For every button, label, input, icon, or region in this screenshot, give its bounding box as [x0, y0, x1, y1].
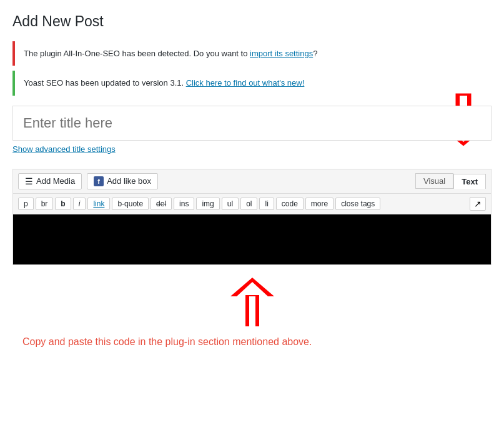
format-btn-ins[interactable]: ins [174, 198, 194, 210]
add-media-button[interactable]: ☰ Add Media [18, 173, 82, 189]
expand-editor-button[interactable]: ↗ [470, 197, 486, 211]
format-buttons-bar: p br b i link b-quote del ins img ul ol … [13, 194, 491, 214]
format-btn-i[interactable]: i [73, 198, 86, 210]
editor-content-area[interactable] [13, 214, 491, 264]
yoast-update-link[interactable]: Click here to find out what's new! [186, 78, 305, 88]
annotation-text: Copy and paste this code in the plug-in … [22, 334, 482, 349]
yoast-notice: Yoast SEO has been updated to version 3.… [12, 71, 492, 96]
format-btn-close-tags[interactable]: close tags [335, 198, 380, 210]
post-title-input[interactable] [13, 106, 491, 140]
format-btn-b[interactable]: b [55, 198, 71, 210]
visual-tab[interactable]: Visual [415, 173, 453, 189]
view-tabs: Visual Text [415, 173, 486, 189]
advanced-title-link[interactable]: Show advanced title settings [12, 144, 116, 154]
add-media-icon: ☰ [25, 176, 33, 186]
toolbar-left-buttons: ☰ Add Media f Add like box [18, 173, 158, 189]
seo-import-link[interactable]: import its settings [250, 49, 313, 58]
add-like-box-label: Add like box [107, 176, 151, 186]
annotation-area: Copy and paste this code in the plug-in … [12, 265, 492, 374]
format-btn-more[interactable]: more [305, 198, 334, 210]
page-wrapper: Add New Post The plugin All-In-One-SEO h… [0, 0, 504, 437]
up-arrow-icon [230, 278, 274, 328]
format-btn-ol[interactable]: ol [240, 198, 257, 210]
svg-rect-7 [249, 296, 255, 326]
format-btn-code[interactable]: code [276, 198, 304, 210]
format-btn-ul[interactable]: ul [222, 198, 239, 210]
format-btn-br[interactable]: br [36, 198, 54, 210]
add-media-label: Add Media [36, 176, 75, 186]
page-title: Add New Post [12, 13, 492, 31]
add-like-box-button[interactable]: f Add like box [87, 173, 158, 189]
format-btn-img[interactable]: img [196, 198, 219, 210]
editor-toolbar: ☰ Add Media f Add like box Visual Text p… [12, 169, 492, 265]
title-area [12, 106, 492, 141]
up-arrow-container [22, 278, 482, 329]
format-btn-p[interactable]: p [18, 198, 34, 210]
text-tab[interactable]: Text [453, 174, 486, 189]
format-btn-link[interactable]: link [87, 198, 110, 210]
yoast-notice-text-before: Yoast SEO has been updated to version 3.… [24, 78, 186, 88]
toolbar-top-bar: ☰ Add Media f Add like box Visual Text [13, 169, 491, 194]
facebook-icon: f [94, 176, 104, 186]
seo-notice-text-before: The plugin All-In-One-SEO has been detec… [24, 49, 250, 58]
format-btn-bquote[interactable]: b-quote [112, 198, 149, 210]
format-btn-del[interactable]: del [151, 198, 172, 210]
seo-notice: The plugin All-In-One-SEO has been detec… [12, 41, 492, 66]
format-btn-li[interactable]: li [259, 198, 274, 210]
seo-notice-text-after: ? [313, 49, 317, 58]
